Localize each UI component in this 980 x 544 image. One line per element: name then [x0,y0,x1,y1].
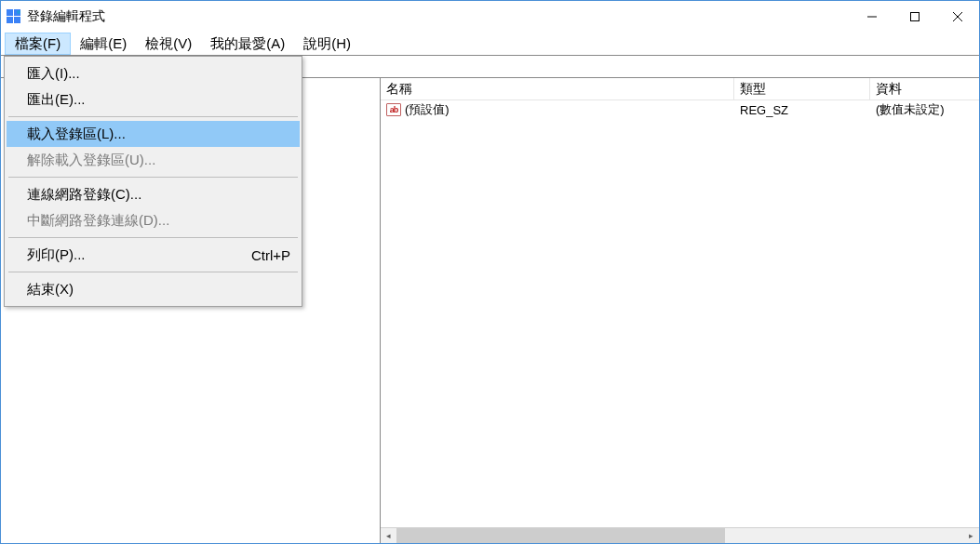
svg-point-4 [17,10,20,14]
menu-favorites[interactable]: 我的最愛(A) [201,33,294,55]
menu-item-label: 載入登錄區(L)... [27,126,290,143]
scroll-thumb[interactable] [396,528,725,543]
menu-unload-hive: 解除載入登錄區(U)... [7,147,300,173]
scroll-right-button[interactable]: ▸ [963,528,979,543]
menu-export[interactable]: 匯出(E)... [7,86,300,113]
menu-item-label: 匯出(E)... [27,91,290,109]
scroll-left-button[interactable]: ◂ [381,528,396,543]
svg-rect-0 [7,9,13,16]
list-header: 名稱 類型 資料 [381,78,979,100]
cell-data: (數值未設定) [870,101,979,118]
menu-help[interactable]: 說明(H) [294,33,360,55]
file-menu-dropdown: 匯入(I)... 匯出(E)... 載入登錄區(L)... 解除載入登錄區(U)… [4,56,302,307]
menu-connect-network[interactable]: 連線網路登錄(C)... [7,181,300,207]
menu-file[interactable]: 檔案(F) [5,33,71,55]
titlebar: 登錄編輯程式 [1,1,979,33]
menu-print[interactable]: 列印(P)... Ctrl+P [7,242,300,268]
menu-item-label: 匯入(I)... [27,65,290,83]
maximize-button[interactable] [893,1,936,33]
menu-shortcut: Ctrl+P [251,247,290,263]
column-type[interactable]: 類型 [734,78,870,100]
list-body[interactable]: ab (預設值) REG_SZ (數值未設定) [381,100,979,527]
cell-type: REG_SZ [734,103,870,117]
menu-separator [8,116,298,117]
scroll-track[interactable] [396,528,963,543]
app-icon [7,9,21,24]
close-button[interactable] [936,1,979,33]
column-data[interactable]: 資料 [870,78,979,100]
window-title: 登錄編輯程式 [27,8,851,25]
column-name[interactable]: 名稱 [381,78,734,100]
menu-separator [8,272,298,272]
svg-rect-6 [911,13,920,21]
svg-rect-3 [14,17,20,23]
list-row[interactable]: ab (預設值) REG_SZ (數值未設定) [381,100,979,119]
window-controls [851,1,979,33]
menu-separator [8,237,298,238]
menu-edit[interactable]: 編輯(E) [71,33,136,55]
menu-item-label: 列印(P)... [27,246,251,264]
menu-item-label: 連線網路登錄(C)... [27,186,290,204]
value-name: (預設值) [405,101,450,118]
menu-view[interactable]: 檢視(V) [136,33,201,55]
minimize-button[interactable] [851,1,893,33]
string-value-icon: ab [386,103,401,116]
menu-disconnect-network: 中斷網路登錄連線(D)... [7,207,300,233]
menu-item-label: 結束(X) [27,281,290,299]
menubar: 檔案(F) 編輯(E) 檢視(V) 我的最愛(A) 說明(H) [1,33,979,56]
menu-item-label: 中斷網路登錄連線(D)... [27,212,290,230]
svg-rect-2 [7,17,13,23]
registry-list-pane: 名稱 類型 資料 ab (預設值) REG_SZ (數值未設定) ◂ ▸ [381,78,979,543]
menu-load-hive[interactable]: 載入登錄區(L)... [7,121,300,147]
menu-import[interactable]: 匯入(I)... [7,60,300,86]
menu-exit[interactable]: 結束(X) [7,276,300,302]
horizontal-scrollbar[interactable]: ◂ ▸ [381,527,979,543]
menu-separator [8,177,298,178]
cell-name: ab (預設值) [381,101,734,118]
menu-item-label: 解除載入登錄區(U)... [27,152,290,169]
